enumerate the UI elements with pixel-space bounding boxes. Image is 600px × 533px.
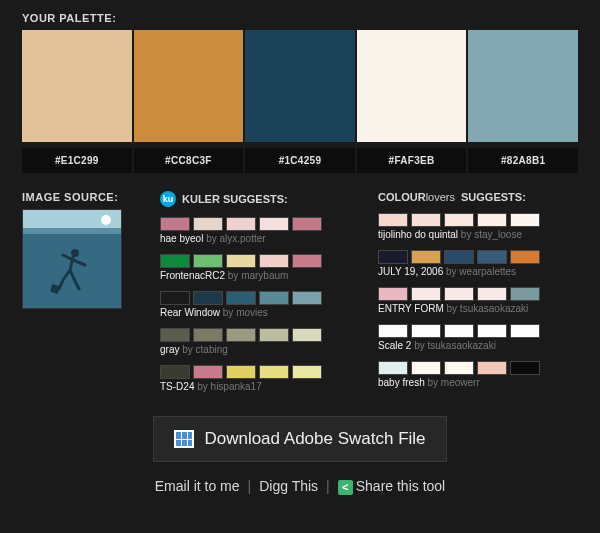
svg-rect-1 bbox=[50, 284, 60, 294]
mini-swatch bbox=[411, 213, 441, 227]
kuler-icon: ku bbox=[160, 191, 176, 207]
suggestion-swatch-row[interactable] bbox=[378, 361, 578, 375]
suggestion-label[interactable]: baby fresh by meowerr bbox=[378, 377, 578, 388]
mini-swatch bbox=[259, 291, 289, 305]
hex-value[interactable]: #CC8C3F bbox=[134, 148, 244, 173]
suggestion-swatch-row[interactable] bbox=[378, 213, 578, 227]
suggestion-swatch-row[interactable] bbox=[378, 250, 578, 264]
mini-swatch bbox=[292, 217, 322, 231]
mini-swatch bbox=[160, 365, 190, 379]
mini-swatch bbox=[378, 361, 408, 375]
suggestion-swatch-row[interactable] bbox=[160, 328, 360, 342]
suggestion-name: TS-D24 bbox=[160, 381, 197, 392]
cl-suffix: SUGGESTS: bbox=[461, 191, 526, 203]
mini-swatch bbox=[259, 328, 289, 342]
mini-swatch bbox=[510, 250, 540, 264]
palette-swatch[interactable] bbox=[134, 30, 244, 142]
suggestion-name: hae byeol bbox=[160, 233, 206, 244]
suggestion-author: by meowerr bbox=[427, 377, 479, 388]
suggestion-name: JULY 19, 2006 bbox=[378, 266, 446, 277]
suggestion-label[interactable]: JULY 19, 2006 by wearpalettes bbox=[378, 266, 578, 277]
suggestion-author: by alyx.potter bbox=[206, 233, 265, 244]
mini-swatch bbox=[411, 361, 441, 375]
suggestion-name: Rear Window bbox=[160, 307, 223, 318]
separator: | bbox=[326, 478, 330, 494]
mini-swatch bbox=[226, 254, 256, 268]
suggestion-label[interactable]: FrontenacRC2 by marybaum bbox=[160, 270, 360, 281]
mini-swatch bbox=[193, 254, 223, 268]
mini-swatch bbox=[477, 250, 507, 264]
suggestion-name: ENTRY FORM bbox=[378, 303, 447, 314]
share-label: Share this tool bbox=[356, 478, 446, 494]
email-link[interactable]: Email it to me bbox=[155, 478, 240, 494]
colourlovers-header: COLOURlovers SUGGESTS: bbox=[378, 191, 578, 203]
mini-swatch bbox=[160, 291, 190, 305]
suggestion-label[interactable]: hae byeol by alyx.potter bbox=[160, 233, 360, 244]
mini-swatch bbox=[292, 328, 322, 342]
mini-swatch bbox=[226, 328, 256, 342]
hex-value[interactable]: #1C4259 bbox=[245, 148, 355, 173]
digg-link[interactable]: Digg This bbox=[259, 478, 318, 494]
mini-swatch bbox=[226, 365, 256, 379]
mini-swatch bbox=[193, 291, 223, 305]
suggestion-label[interactable]: tijolinho do quintal by stay_loose bbox=[378, 229, 578, 240]
suggestion-author: by wearpalettes bbox=[446, 266, 516, 277]
separator: | bbox=[248, 478, 252, 494]
suggestion-swatch-row[interactable] bbox=[378, 287, 578, 301]
hex-value[interactable]: #82A8B1 bbox=[468, 148, 578, 173]
suggestion-name: Scale 2 bbox=[378, 340, 414, 351]
hex-value[interactable]: #E1C299 bbox=[22, 148, 132, 173]
suggestion-label[interactable]: gray by ctabing bbox=[160, 344, 360, 355]
suggestion-label[interactable]: TS-D24 by hispanka17 bbox=[160, 381, 360, 392]
palette-row bbox=[22, 30, 578, 142]
mini-swatch bbox=[510, 287, 540, 301]
share-icon: < bbox=[338, 480, 353, 495]
suggestion-name: baby fresh bbox=[378, 377, 427, 388]
suggestion-label[interactable]: Scale 2 by tsukasaokazaki bbox=[378, 340, 578, 351]
cl-bold: COLOUR bbox=[378, 191, 426, 203]
download-swatch-button[interactable]: Download Adobe Swatch File bbox=[153, 416, 446, 462]
download-label: Download Adobe Swatch File bbox=[204, 429, 425, 449]
suggestion-author: by movies bbox=[223, 307, 268, 318]
image-source-title: IMAGE SOURCE: bbox=[22, 191, 142, 203]
mini-swatch bbox=[378, 250, 408, 264]
mini-swatch bbox=[193, 217, 223, 231]
mini-swatch bbox=[477, 324, 507, 338]
suggestion-swatch-row[interactable] bbox=[160, 254, 360, 268]
mini-swatch bbox=[378, 287, 408, 301]
suggestion-author: by tsukasaokazaki bbox=[414, 340, 496, 351]
source-image[interactable] bbox=[22, 209, 122, 309]
palette-swatch[interactable] bbox=[468, 30, 578, 142]
mini-swatch bbox=[193, 365, 223, 379]
suggestion-name: tijolinho do quintal bbox=[378, 229, 461, 240]
mini-swatch bbox=[510, 213, 540, 227]
mini-swatch bbox=[411, 250, 441, 264]
suggestion-swatch-row[interactable] bbox=[160, 217, 360, 231]
mini-swatch bbox=[444, 213, 474, 227]
suggestion-label[interactable]: ENTRY FORM by tsukasaokazaki bbox=[378, 303, 578, 314]
palette-swatch[interactable] bbox=[357, 30, 467, 142]
cl-light: lovers bbox=[426, 191, 455, 203]
suggestion-swatch-row[interactable] bbox=[160, 365, 360, 379]
mini-swatch bbox=[477, 287, 507, 301]
mini-swatch bbox=[444, 361, 474, 375]
suggestion-swatch-row[interactable] bbox=[160, 291, 360, 305]
suggestion-swatch-row[interactable] bbox=[378, 324, 578, 338]
palette-swatch[interactable] bbox=[245, 30, 355, 142]
mini-swatch bbox=[444, 287, 474, 301]
share-link[interactable]: <Share this tool bbox=[338, 478, 446, 495]
mini-swatch bbox=[292, 365, 322, 379]
hex-value[interactable]: #FAF3EB bbox=[357, 148, 467, 173]
palette-swatch[interactable] bbox=[22, 30, 132, 142]
your-palette-title: YOUR PALETTE: bbox=[22, 12, 578, 24]
mini-swatch bbox=[160, 217, 190, 231]
suggestion-label[interactable]: Rear Window by movies bbox=[160, 307, 360, 318]
mini-swatch bbox=[411, 324, 441, 338]
mini-swatch bbox=[477, 361, 507, 375]
mini-swatch bbox=[226, 291, 256, 305]
mini-swatch bbox=[292, 254, 322, 268]
mini-swatch bbox=[477, 213, 507, 227]
mini-swatch bbox=[378, 324, 408, 338]
swatch-file-icon bbox=[174, 430, 194, 448]
links-row: Email it to me | Digg This | <Share this… bbox=[22, 478, 578, 495]
